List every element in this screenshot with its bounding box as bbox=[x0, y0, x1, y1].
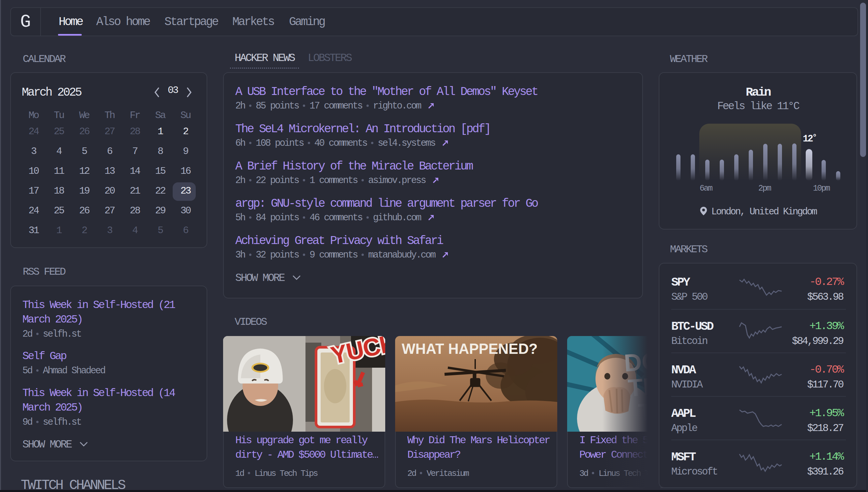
svg-text:WHAT HAPPENED?: WHAT HAPPENED? bbox=[402, 341, 537, 357]
